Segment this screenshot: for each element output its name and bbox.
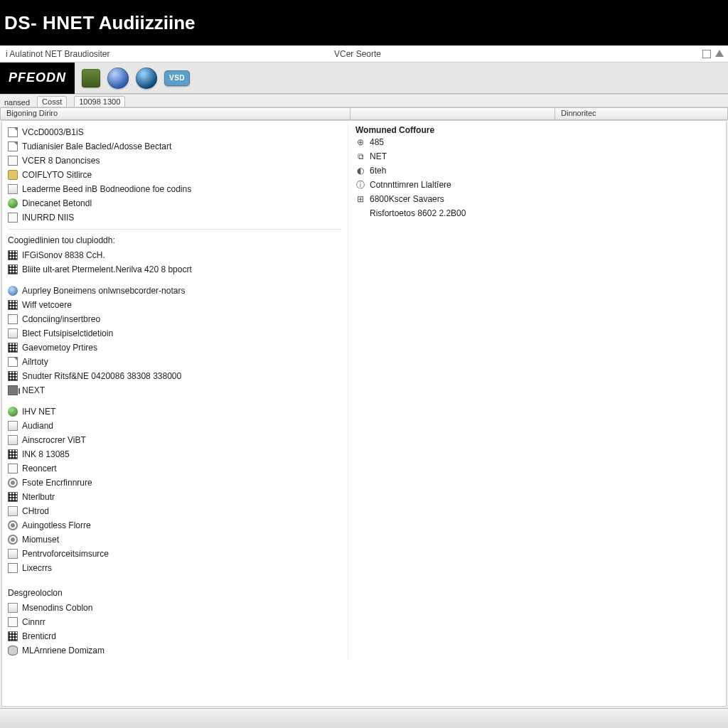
tabs-row: nansed Cosst 10098 1300 bbox=[0, 95, 728, 107]
tree-item[interactable]: Pentrvoforceitsimsurce bbox=[8, 547, 342, 561]
gear-icon bbox=[8, 535, 18, 545]
tree-item-label: VCcD0003/B1iS bbox=[22, 126, 84, 139]
tree-item-label: INK 8 13085 bbox=[22, 448, 70, 461]
tree-item[interactable]: MLArnriene Domizam bbox=[8, 643, 342, 658]
chip-icon bbox=[8, 385, 18, 395]
tree-item-label: Msenodins Coblon bbox=[22, 601, 92, 614]
menubar-mid[interactable]: VCer Seorte bbox=[334, 49, 700, 59]
tree-item-label: COIFLYTO Sitlirce bbox=[22, 168, 92, 181]
tree-item-label: Wiff vetcoere bbox=[22, 299, 72, 311]
tree-item[interactable]: CHtrod bbox=[8, 504, 342, 518]
tab-small-1[interactable]: nansed bbox=[4, 98, 30, 107]
right-panel-title: Womuned Coffoure bbox=[355, 125, 720, 135]
tree-item[interactable]: VCER 8 Danoncises bbox=[8, 154, 342, 168]
tab-small-2[interactable]: Cosst bbox=[37, 96, 67, 107]
grid-icon bbox=[8, 250, 18, 260]
workspace: nansed Cosst 10098 1300 Bigoning Diriro … bbox=[0, 94, 728, 708]
brand-logo: PFEODN bbox=[0, 63, 75, 94]
tree-item[interactable]: Brenticrd bbox=[8, 629, 342, 643]
tree-item[interactable]: Cinnrr bbox=[8, 615, 342, 629]
tree-item[interactable]: Dinecanet Betondl bbox=[8, 196, 342, 210]
col-header-2[interactable] bbox=[350, 107, 555, 120]
tree-item-label: Reoncert bbox=[22, 462, 57, 475]
tree-item[interactable]: Lixecrrs bbox=[8, 561, 342, 575]
tree-item[interactable]: NEXT bbox=[8, 383, 342, 397]
tree-item-label: Auprley Boneimens onlwnsebcorder-notars bbox=[22, 284, 185, 297]
card-icon bbox=[8, 435, 18, 445]
row-label: NET bbox=[370, 150, 387, 163]
tree-item[interactable]: Reoncert bbox=[8, 461, 342, 476]
tree-item-label: VCER 8 Danoncises bbox=[22, 154, 100, 167]
col-header-1[interactable]: Bigoning Diriro bbox=[0, 107, 350, 120]
layout-icon[interactable] bbox=[702, 50, 711, 58]
tree-item-label: Miomuset bbox=[22, 533, 59, 546]
menubar-left[interactable]: i Aulatinot NET Braudiositer bbox=[0, 49, 334, 59]
titlebar: DS- HNET Audiizziine bbox=[0, 0, 728, 46]
folder-icon bbox=[8, 170, 18, 180]
page-icon bbox=[8, 141, 18, 151]
tree-item[interactable]: Ainscrocrer ViBT bbox=[8, 433, 342, 447]
tree-item[interactable]: COIFLYTO Sitlirce bbox=[8, 168, 342, 182]
dropdown-icon[interactable] bbox=[715, 50, 724, 57]
col-header-3[interactable]: Dinnoritec bbox=[555, 107, 728, 120]
toolbar-button-3[interactable] bbox=[136, 68, 157, 89]
tree-item[interactable]: Blect Futsipiselctidetioin bbox=[8, 326, 342, 341]
tree-item-label: IFGiSonov 8838 CcH. bbox=[22, 249, 105, 262]
tree-item-label: Fsote Encrfinnrure bbox=[22, 476, 92, 489]
right-row[interactable]: Risfortoetos 8602 2.2B00 bbox=[355, 206, 720, 220]
app-window: DS- HNET Audiizziine i Aulatinot NET Bra… bbox=[0, 0, 728, 728]
right-row[interactable]: ⓘCotnnttimren Llaltîere bbox=[355, 178, 720, 192]
right-row[interactable]: ◐6teh bbox=[355, 164, 720, 178]
menubar: i Aulatinot NET Braudiositer VCer Seorte bbox=[0, 46, 728, 63]
right-row[interactable]: ⊞6800Kscer Savaers bbox=[355, 192, 720, 206]
title-prefix: DS- HNET bbox=[4, 12, 95, 34]
tab-small-3[interactable]: 10098 1300 bbox=[74, 96, 125, 107]
gear-icon bbox=[8, 520, 18, 530]
tree-item[interactable]: INK 8 13085 bbox=[8, 447, 342, 461]
right-column: Womuned Coffoure ⊕485⧉NET◐6tehⓘCotnnttim… bbox=[348, 121, 726, 660]
box-icon bbox=[8, 314, 18, 324]
db-icon bbox=[8, 646, 18, 655]
right-row[interactable]: ⊕485 bbox=[355, 135, 720, 149]
tree-item[interactable]: Snudter Ritsf&NE 0420086 38308 338000 bbox=[8, 369, 342, 383]
tree-item-label: Pentrvoforceitsimsurce bbox=[22, 547, 109, 560]
tree-item[interactable]: Tudianisier Bale Bacled/Adosse Bectart bbox=[8, 139, 342, 154]
tree-item[interactable]: Cdonciing/insertbreo bbox=[8, 312, 342, 326]
tree-item[interactable]: Miomuset bbox=[8, 532, 342, 547]
tree-item[interactable]: IFGiSonov 8838 CcH. bbox=[8, 248, 342, 262]
tree-item[interactable]: Gaevometoy Prtires bbox=[8, 341, 342, 355]
tree-item[interactable]: Ailrtoty bbox=[8, 355, 342, 369]
tree-item[interactable]: VCcD0003/B1iS bbox=[8, 125, 342, 139]
tree-item[interactable]: Auprley Boneimens onlwnsebcorder-notars bbox=[8, 284, 342, 298]
tree-item[interactable]: Msenodins Coblon bbox=[8, 601, 342, 615]
card-icon bbox=[8, 421, 18, 431]
tree-item[interactable]: IHV NET bbox=[8, 405, 342, 419]
menubar-right bbox=[700, 50, 728, 58]
tree-item[interactable]: Bliite ult-aret Ptermelent.Nerilva 420 8… bbox=[8, 262, 342, 277]
tree-item[interactable]: INURRD NIIS bbox=[8, 210, 342, 225]
right-row[interactable]: ⧉NET bbox=[355, 149, 720, 164]
tree-item-label: Nterlbutr bbox=[22, 491, 55, 503]
toolbar-button-vsd[interactable]: VSD bbox=[164, 70, 190, 86]
tree-item-label: Cinnrr bbox=[22, 616, 46, 628]
tree-item[interactable]: Audiand bbox=[8, 419, 342, 433]
tree-group-1: VCcD0003/B1iSTudianisier Bale Bacled/Ado… bbox=[8, 125, 342, 225]
tree-item[interactable]: Nterlbutr bbox=[8, 490, 342, 504]
tree-item[interactable]: Auingotless Florre bbox=[8, 518, 342, 532]
tree-group-3: Auprley Boneimens onlwnsebcorder-notarsW… bbox=[8, 284, 342, 397]
title-main: Audiizziine bbox=[99, 12, 196, 34]
tree-item-label: Auingotless Florre bbox=[22, 519, 91, 532]
toolbar-button-1[interactable] bbox=[82, 69, 100, 87]
tree-group-4: IHV NETAudiandAinscrocrer ViBTINK 8 1308… bbox=[8, 405, 342, 575]
gear-icon bbox=[8, 478, 18, 488]
tree-item[interactable]: Leaderme Beed inB Bodneodione foe codins bbox=[8, 182, 342, 196]
card-icon bbox=[8, 549, 18, 559]
toolbar-button-2[interactable] bbox=[107, 68, 129, 89]
row-symbol-icon: ⊞ bbox=[355, 193, 365, 205]
tree-item[interactable]: Fsote Encrfinnrure bbox=[8, 476, 342, 490]
tree-item[interactable]: Wiff vetcoere bbox=[8, 298, 342, 312]
grid-icon bbox=[8, 371, 18, 381]
green-icon bbox=[8, 198, 18, 208]
content-pane: VCcD0003/B1iSTudianisier Bale Bacled/Ado… bbox=[1, 120, 727, 707]
column-headers: Bigoning Diriro Dinnoritec bbox=[0, 107, 728, 120]
